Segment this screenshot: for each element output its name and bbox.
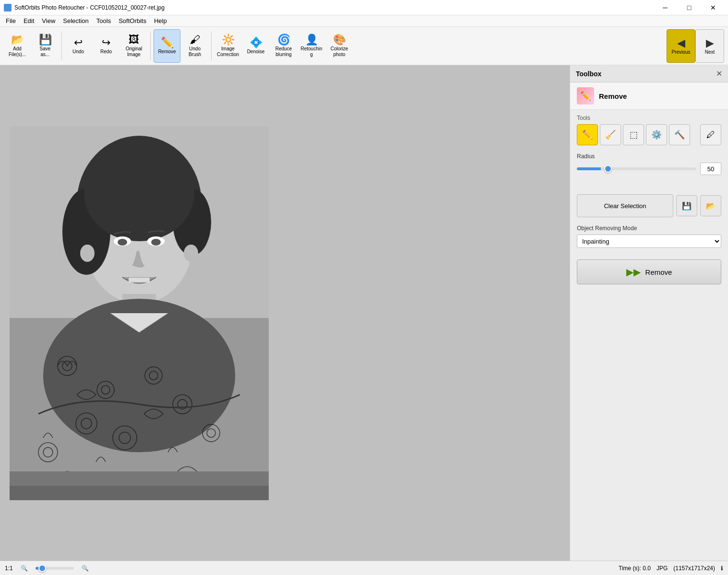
denoise-button[interactable]: 💠 Denoise	[242, 29, 269, 63]
zoom-icon-minus: 🔍	[21, 565, 28, 572]
remove-tool-header: ✏️ Remove	[570, 82, 728, 110]
pencil-tool-button[interactable]: ✏️	[577, 124, 598, 145]
retouching-icon: 👤	[305, 35, 318, 45]
separator-2	[150, 32, 151, 60]
undo-label: Undo	[72, 49, 84, 55]
svg-point-8	[184, 245, 198, 262]
select-rect-tool-button[interactable]: ⬚	[623, 124, 644, 145]
eraser-tool-button[interactable]: 🧹	[600, 124, 621, 145]
toolbox-spacer	[570, 180, 728, 189]
radius-value: 50	[700, 163, 721, 175]
menu-file[interactable]: File	[2, 16, 20, 25]
remove-action-button[interactable]: ▶▶ Remove	[577, 259, 721, 284]
menu-tools[interactable]: Tools	[93, 16, 115, 25]
zoom-slider[interactable]	[36, 567, 74, 570]
main-content: Toolbox ✕ ✏️ Remove Tools ✏️ 🧹 ⬚ ⚙️ 🔨 🖊 …	[0, 65, 728, 561]
menu-help[interactable]: Help	[150, 16, 171, 25]
save-as-icon: 💾	[39, 35, 52, 45]
remove-label: Remove	[158, 49, 176, 55]
previous-label: Previous	[672, 49, 691, 55]
colorize-photo-icon: 🎨	[333, 35, 346, 45]
photo-container	[10, 126, 269, 500]
zoom-indicator: 1:1	[5, 565, 13, 572]
retouching-label: Retouching	[299, 46, 323, 58]
close-button[interactable]: ✕	[702, 0, 724, 15]
title-bar-left: SoftOrbits Photo Retoucher - CCF01052012…	[4, 4, 165, 12]
menu-softorbits[interactable]: SoftOrbits	[115, 16, 150, 25]
tools-row: ✏️ 🧹 ⬚ ⚙️ 🔨 🖊	[577, 124, 721, 145]
mode-select[interactable]: Inpainting Texture Synthesis Clone	[577, 235, 721, 248]
remove-icon: ✏️	[161, 37, 174, 48]
prev-next-area: ◀ Previous ▶ Next	[667, 29, 724, 63]
redo-label: Redo	[100, 49, 112, 55]
previous-button[interactable]: ◀ Previous	[667, 29, 695, 63]
svg-point-10	[118, 239, 127, 246]
magic-wand-tool-button[interactable]: ⚙️	[646, 124, 667, 145]
tools-section: Tools ✏️ 🧹 ⬚ ⚙️ 🔨 🖊	[570, 110, 728, 150]
file-format: JPG	[656, 565, 668, 572]
load-selection-button[interactable]: 📂	[700, 195, 721, 216]
add-files-button[interactable]: 📂 AddFile(s)...	[4, 29, 31, 63]
retouching-button[interactable]: 👤 Retouching	[298, 29, 325, 63]
redo-icon: ↪	[102, 37, 110, 48]
toolbox-close-button[interactable]: ✕	[716, 69, 722, 78]
mode-label: Object Removing Mode	[577, 225, 721, 232]
toolbox-title: Toolbox	[576, 70, 601, 78]
original-image-button[interactable]: 🖼 OriginalImage	[120, 29, 147, 63]
save-selection-button[interactable]: 💾	[676, 195, 697, 216]
photo-image	[10, 126, 269, 500]
original-image-label: OriginalImage	[126, 46, 142, 58]
title-bar-controls: ─ □ ✕	[654, 0, 724, 15]
toolbox-header: Toolbox ✕	[570, 65, 728, 82]
remove-tool-icon: ✏️	[577, 87, 594, 105]
remove-action-label: Remove	[645, 268, 672, 276]
radius-section: Radius 50	[570, 150, 728, 180]
hammer-tool-button[interactable]: 🔨	[669, 124, 690, 145]
reduce-blurring-button[interactable]: 🌀 Reduceblurring	[270, 29, 297, 63]
next-button[interactable]: ▶ Next	[695, 29, 724, 63]
image-correction-button[interactable]: 🔆 ImageCorrection	[215, 29, 241, 63]
denoise-label: Denoise	[247, 49, 265, 55]
canvas-area[interactable]	[0, 65, 570, 561]
maximize-button[interactable]: □	[678, 0, 700, 15]
clear-selection-button[interactable]: Clear Selection	[577, 194, 673, 217]
reduce-blurring-icon: 🌀	[277, 35, 290, 45]
save-as-button[interactable]: 💾 Saveas...	[32, 29, 59, 63]
add-files-label: AddFile(s)...	[9, 46, 26, 58]
remove-button[interactable]: ✏️ Remove	[154, 29, 180, 63]
toolbox-panel: Toolbox ✕ ✏️ Remove Tools ✏️ 🧹 ⬚ ⚙️ 🔨 🖊 …	[570, 65, 728, 561]
info-icon[interactable]: ℹ	[721, 565, 723, 572]
zoom-label: 1:1	[5, 565, 13, 572]
image-correction-label: ImageCorrection	[217, 46, 239, 58]
tool-spacer	[692, 124, 698, 145]
menu-edit[interactable]: Edit	[20, 16, 38, 25]
minimize-button[interactable]: ─	[654, 0, 676, 15]
radius-slider[interactable]	[577, 167, 696, 170]
undo-button[interactable]: ↩ Undo	[65, 29, 92, 63]
svg-point-6	[84, 145, 194, 241]
separator-3	[211, 32, 212, 60]
menu-view[interactable]: View	[38, 16, 59, 25]
svg-point-12	[151, 239, 161, 246]
image-dimensions: (1157x1717x24)	[673, 565, 715, 572]
remove-tool-title: Remove	[599, 92, 627, 100]
separator-1	[61, 32, 62, 60]
svg-rect-33	[10, 486, 269, 500]
undo-icon: ↩	[74, 37, 83, 48]
redo-button[interactable]: ↪ Redo	[93, 29, 119, 63]
stamp-tool-button[interactable]: 🖊	[700, 124, 721, 145]
colorize-photo-button[interactable]: 🎨 Colorizephoto	[326, 29, 353, 63]
radius-label: Radius	[577, 153, 721, 160]
toolbar: 📂 AddFile(s)... 💾 Saveas... ↩ Undo ↪ Red…	[0, 27, 728, 65]
denoise-icon: 💠	[250, 37, 263, 48]
colorize-photo-label: Colorizephoto	[331, 46, 348, 58]
zoom-icon-plus: 🔍	[82, 565, 89, 572]
undo-brush-icon: 🖌	[190, 35, 200, 45]
remove-action-icon: ▶▶	[626, 266, 641, 278]
radius-row: 50	[577, 163, 721, 175]
next-icon: ▶	[706, 37, 714, 49]
status-bar: 1:1 🔍 🔍 Time (s): 0.0 JPG (1157x1717x24)…	[0, 561, 728, 575]
svg-point-7	[80, 245, 95, 262]
menu-selection[interactable]: Selection	[59, 16, 92, 25]
undo-brush-button[interactable]: 🖌 UndoBrush	[181, 29, 208, 63]
